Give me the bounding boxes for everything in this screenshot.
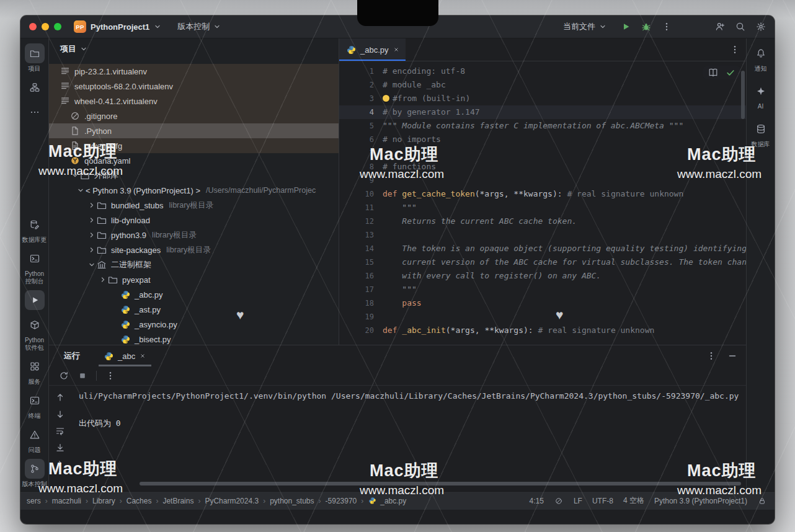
close-window-button[interactable] — [29, 23, 37, 30]
code-line[interactable]: 3#from (built-in) — [339, 92, 746, 105]
code-area[interactable]: 1# encoding: utf-82# module _abc3#from (… — [339, 61, 746, 345]
stop-icon[interactable] — [78, 371, 87, 381]
vcs-widget[interactable]: 版本控制 — [177, 21, 221, 32]
caret-position[interactable]: 4:15 — [530, 497, 544, 505]
tree-item[interactable]: pyvenv.cfg — [49, 138, 339, 153]
tree-item[interactable]: 二进制框架 — [49, 257, 339, 272]
chevron-right-icon[interactable] — [98, 276, 108, 283]
editor-scrollbar[interactable] — [741, 71, 745, 119]
code-line[interactable]: 1# encoding: utf-8 — [339, 64, 746, 78]
arrow-up-icon[interactable] — [55, 392, 65, 402]
run-button[interactable] — [621, 22, 631, 32]
tool-button-ai-assistant[interactable]: AI — [751, 81, 771, 110]
tree-item[interactable]: _asyncio.py — [49, 317, 339, 332]
tool-button-structure[interactable] — [25, 78, 45, 97]
code-with-me-button[interactable] — [715, 22, 725, 32]
tool-button-database[interactable]: 数据库 — [751, 119, 771, 148]
intention-bulb-icon[interactable] — [383, 95, 389, 102]
chevron-right-icon[interactable] — [87, 202, 97, 209]
tree-item[interactable]: pyexpat — [49, 272, 339, 287]
tool-button-services[interactable]: 服务 — [25, 357, 45, 386]
console-hscrollbar[interactable] — [140, 482, 741, 485]
code-line[interactable]: 19 — [339, 310, 746, 324]
breadcrumb-item[interactable]: PyCharm2024.3 — [205, 497, 259, 505]
rerun-icon[interactable] — [59, 371, 69, 381]
code-line[interactable]: 16 with every call to register() on any … — [339, 269, 746, 283]
hide-panel-icon[interactable] — [727, 351, 737, 361]
code-line[interactable]: 20def _abc_init(*args, **kwargs): # real… — [339, 324, 746, 337]
tool-button-more-tools[interactable] — [25, 102, 45, 122]
statusbar-item[interactable]: Python 3.9 (PythonProject1) — [654, 497, 747, 505]
breadcrumb-item[interactable]: python_stubs — [270, 497, 314, 505]
code-line[interactable]: 8# functions — [339, 160, 746, 174]
lock-icon[interactable] — [758, 497, 766, 505]
editor-options-icon[interactable] — [730, 45, 740, 55]
tree-item[interactable]: _bisect.py — [49, 332, 339, 345]
scroll-end-icon[interactable] — [55, 443, 65, 453]
tree-item[interactable]: bundled_stubslibrary根目录 — [49, 198, 339, 213]
zoom-window-button[interactable] — [54, 23, 61, 30]
breadcrumb-item[interactable]: Library — [92, 497, 115, 505]
chevron-right-icon[interactable] — [87, 231, 97, 239]
tree-item[interactable]: .Python — [49, 123, 339, 138]
tree-item[interactable]: wheel-0.41.2.virtualenv — [49, 94, 339, 109]
code-line[interactable]: 14 The token is an opaque object (suppor… — [339, 242, 746, 255]
tree-item[interactable]: .gitignore — [49, 109, 339, 123]
code-line[interactable]: 18 pass — [339, 296, 746, 310]
statusbar-item[interactable]: 4 空格 — [623, 495, 644, 506]
chevron-right-icon[interactable] — [87, 216, 97, 224]
tree-item[interactable]: 外部库 — [49, 168, 339, 183]
code-line[interactable]: 2# module _abc — [339, 78, 746, 92]
tool-button-problems[interactable]: 问题 — [25, 425, 45, 454]
tree-item[interactable]: setuptools-68.2.0.virtualenv — [49, 79, 339, 94]
more-actions-button[interactable] — [662, 22, 672, 32]
tree-item[interactable]: pip-23.2.1.virtualenv — [49, 64, 339, 79]
tree-item[interactable]: lib-dynload — [49, 213, 339, 228]
search-everywhere-button[interactable] — [735, 22, 745, 32]
tool-button-terminal[interactable]: 终端 — [25, 391, 45, 420]
tree-item[interactable]: _ast.py — [49, 302, 339, 317]
run-tab-abc[interactable]: _abc — [99, 345, 151, 366]
tool-button-version-control[interactable]: 版本控制 — [22, 459, 47, 488]
chev-right-icon[interactable] — [55, 459, 65, 467]
tree-item[interactable]: qodana.yaml — [49, 153, 339, 168]
soft-wrap-icon[interactable] — [55, 426, 65, 436]
console-output[interactable]: uli/PycharmProjects/PythonProject1/.venv… — [79, 390, 741, 479]
tool-button-python-console[interactable]: Python 控制台 — [25, 249, 45, 285]
inspection-widget[interactable] — [703, 66, 741, 79]
statusbar-item[interactable]: UTF-8 — [592, 497, 613, 505]
tree-item[interactable]: < Python 3.9 (PythonProject1) >/Users/ma… — [49, 183, 339, 198]
editor-tab-abc-py[interactable]: _abc.py — [339, 38, 406, 61]
chevron-down-icon[interactable] — [87, 261, 97, 268]
code-line[interactable]: 17 """ — [339, 283, 746, 296]
code-line[interactable]: 9 — [339, 174, 746, 187]
breadcrumb-item[interactable]: Caches — [127, 497, 152, 505]
code-line[interactable]: 11 """ — [339, 201, 746, 215]
breadcrumb-item[interactable]: sers — [27, 497, 41, 505]
code-line[interactable]: 10def get_cache_token(*args, **kwargs): … — [339, 187, 746, 201]
run-options-icon[interactable] — [706, 351, 716, 361]
code-line[interactable]: 13 — [339, 228, 746, 242]
code-line[interactable]: 12 Returns the current ABC cache token. — [339, 215, 746, 228]
close-tab-icon[interactable] — [393, 47, 399, 53]
code-line[interactable]: 7 — [339, 146, 746, 160]
breadcrumb-item[interactable]: maczhuli — [52, 497, 81, 505]
tree-item[interactable]: _abc.py — [49, 287, 339, 302]
tree-item[interactable]: python3.9library根目录 — [49, 228, 339, 242]
breadcrumb-item[interactable]: -5923970 — [326, 497, 357, 505]
breadcrumb-item[interactable]: JetBrains — [162, 497, 193, 505]
tool-button-project[interactable]: 项目 — [25, 43, 45, 73]
chevron-right-icon[interactable] — [87, 246, 97, 254]
tool-button-python-packages[interactable]: Python 软件包 — [25, 315, 45, 352]
tool-button-notifications[interactable]: 通知 — [751, 43, 771, 73]
tool-button-run[interactable] — [25, 290, 45, 310]
reader-mode-icon[interactable] — [708, 68, 718, 78]
run-configuration-widget[interactable]: 当前文件 — [563, 21, 606, 32]
code-line[interactable]: 4# by generator 1.147 — [339, 105, 746, 119]
tree-item[interactable]: site-packageslibrary根目录 — [49, 242, 339, 257]
close-run-tab-icon[interactable] — [140, 353, 146, 359]
highlight-icon[interactable] — [554, 497, 562, 505]
project-widget[interactable]: PP PythonProject1 — [74, 20, 161, 33]
project-panel-header[interactable]: 项目 — [49, 38, 339, 59]
minimize-window-button[interactable] — [42, 23, 49, 30]
